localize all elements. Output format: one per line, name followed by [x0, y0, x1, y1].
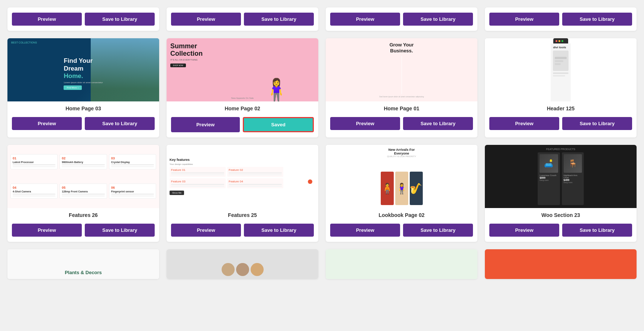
card-info-lookbook: Lookbook Page 02	[326, 208, 477, 221]
card-features-25: Key features Your design capabilities Fe…	[167, 145, 318, 242]
preview-button-lookbook[interactable]: Preview	[330, 224, 400, 237]
card-generic-green	[326, 249, 477, 279]
card-home-page-03: BEST COLLECTIONS Find YourDreamHome. Lor…	[7, 38, 159, 137]
card-title-home02: Home Page 02	[225, 106, 260, 111]
preview-button-woo[interactable]: Preview	[489, 224, 559, 237]
save-button-lookbook[interactable]: Save to Library	[403, 224, 473, 237]
preview-button-top-2[interactable]: Preview	[171, 13, 241, 26]
preview-button-home03[interactable]: Preview	[12, 117, 82, 130]
card-actions-home01: Preview Save to Library	[326, 114, 477, 135]
card-lookbook-02: New Arrivals ForEveryone QUALITY IS OUR …	[326, 145, 477, 242]
woo-heading-label: FEATURED PRODUCTS	[546, 148, 575, 150]
save-button-feat25[interactable]: Save to Library	[244, 224, 314, 237]
preview-button-feat26[interactable]: Preview	[12, 224, 82, 237]
body-text: Sed lorem ipsum dolor sit amet consectet…	[379, 95, 424, 98]
feat26-item-02: 02 9600mAh Battery	[59, 154, 107, 169]
feat26-item-05: 05 128mp Front Camera	[59, 184, 107, 199]
card-actions-home02: Preview Saved	[167, 114, 318, 137]
card-features-26: 01 Latest Processor 02 9600mAh Battery 0…	[7, 145, 159, 242]
card-actions-lookbook: Preview Save to Library	[326, 221, 477, 242]
card-thumb-home01: Grow YourBusiness. Sed lorem ipsum dolor…	[326, 38, 477, 101]
dot-yellow	[558, 40, 560, 42]
card-thumb-team	[167, 249, 318, 279]
card-woo-23: FEATURED PRODUCTS 🛋️ Luxurious Couch $89…	[485, 145, 637, 242]
woo-img-2: 🪑	[564, 154, 582, 173]
woo-product-2: 🪑 Highback Arm Chair $499 living room	[562, 152, 584, 205]
feat25-subtitle: Your design capabilities	[170, 163, 283, 165]
preview-button-top-3[interactable]: Preview	[330, 13, 400, 26]
nav-row: divi tools	[553, 46, 568, 49]
card-title-home01: Home Page 01	[384, 106, 419, 111]
person1: 🧍	[381, 172, 394, 205]
person2: 🧍‍♀️	[395, 172, 408, 205]
preview-button-home02[interactable]: Preview	[171, 117, 240, 132]
browser-content: divi tools	[551, 43, 570, 101]
card-info-home02: Home Page 02	[167, 101, 318, 114]
preview-button-top-4[interactable]: Preview	[489, 13, 559, 26]
feat25-btn: Show Me	[170, 191, 184, 195]
woo-img-1: 🛋️	[540, 154, 558, 173]
save-button-home01[interactable]: Save to Library	[403, 117, 473, 130]
save-button-top-1[interactable]: Save to Library	[85, 13, 155, 26]
card-info-feat26: Features 26	[7, 208, 159, 221]
card-thumb-lookbook: New Arrivals ForEveryone QUALITY IS OUR …	[326, 145, 477, 208]
feat25-f4: Feature 04	[227, 178, 283, 188]
team-face-2	[236, 263, 249, 276]
top-card-1: Preview Save to Library	[7, 7, 159, 31]
save-button-top-4[interactable]: Save to Library	[562, 13, 632, 26]
lookbook-title: New Arrivals ForEveryone	[387, 148, 416, 155]
lookbook-sub: QUALITY IS OUR PRIORITY	[387, 155, 416, 158]
save-button-top-3[interactable]: Save to Library	[403, 13, 473, 26]
card-info-header125: Header 125	[485, 101, 637, 114]
card-title-home03: Home Page 03	[65, 106, 101, 111]
top-card-4: Preview Save to Library	[485, 7, 637, 31]
card-title-feat26: Features 26	[69, 212, 98, 218]
card-title-lookbook: Lookbook Page 02	[379, 212, 425, 218]
hero-area	[553, 51, 568, 71]
card-thumb-feat26: 01 Latest Processor 02 9600mAh Battery 0…	[7, 145, 159, 208]
grow-text: Grow YourBusiness.	[389, 42, 413, 53]
card-thumb-generic3	[326, 249, 477, 279]
save-button-home03[interactable]: Save to Library	[85, 117, 155, 130]
preview-button-header125[interactable]: Preview	[489, 117, 559, 130]
saved-button-home02[interactable]: Saved	[243, 117, 314, 132]
model-figure: 🧍‍♀️	[235, 38, 318, 101]
feat26-item-04: 04 4-Shot Camera	[10, 184, 58, 199]
card-thumb-generic4	[485, 249, 637, 279]
person3: 🎷	[410, 172, 423, 205]
card-info-home01: Home Page 01	[326, 101, 477, 114]
feat25-title: Key features	[170, 158, 283, 162]
top-card-3: Preview Save to Library	[326, 7, 477, 31]
card-thumb-header125: divi tools	[485, 38, 637, 101]
card-thumb-home03: BEST COLLECTIONS Find YourDreamHome. Lor…	[7, 38, 159, 101]
preview-button-feat25[interactable]: Preview	[171, 224, 241, 237]
feat25-grid: Feature 01 Feature 02 Feature 03	[170, 167, 283, 188]
woo-products: 🛋️ Luxurious Couch $899 living room 🪑 Hi…	[538, 152, 583, 205]
card-actions-home03: Preview Save to Library	[7, 114, 159, 135]
save-button-header125[interactable]: Save to Library	[562, 117, 632, 130]
preview-button-home01[interactable]: Preview	[330, 117, 400, 130]
card-actions-header125: Preview Save to Library	[485, 114, 637, 135]
feat25-f1: Feature 01	[170, 167, 226, 177]
card-thumb-home02: SummerCollection IT'S ALL ON EVERYTHING …	[167, 38, 318, 101]
woo-product-1: 🛋️ Luxurious Couch $899 living room	[538, 152, 560, 205]
team-face-3	[251, 263, 264, 276]
dot-red	[556, 40, 557, 42]
preview-button-top-1[interactable]: Preview	[12, 13, 82, 26]
card-title-header125: Header 125	[547, 106, 575, 111]
top-card-2: Preview Save to Library	[167, 7, 318, 31]
feat25-f2: Feature 02	[227, 167, 283, 177]
people-image	[402, 55, 402, 94]
card-actions-woo: Preview Save to Library	[485, 221, 637, 242]
card-info-home03: Home Page 03	[7, 101, 159, 114]
card-thumb-feat25: Key features Your design capabilities Fe…	[167, 145, 318, 208]
card-actions-feat26: Preview Save to Library	[7, 221, 159, 242]
content-lines	[553, 72, 568, 77]
save-button-woo[interactable]: Save to Library	[562, 224, 632, 237]
save-button-top-2[interactable]: Save to Library	[244, 13, 314, 26]
save-button-feat26[interactable]: Save to Library	[85, 224, 155, 237]
lookbook-people: 🧍 🧍‍♀️ 🎷	[381, 159, 423, 205]
card-home-page-02: SummerCollection IT'S ALL ON EVERYTHING …	[167, 38, 318, 137]
card-actions-feat25: Preview Save to Library	[167, 221, 318, 242]
card-title-feat25: Features 25	[228, 212, 257, 218]
